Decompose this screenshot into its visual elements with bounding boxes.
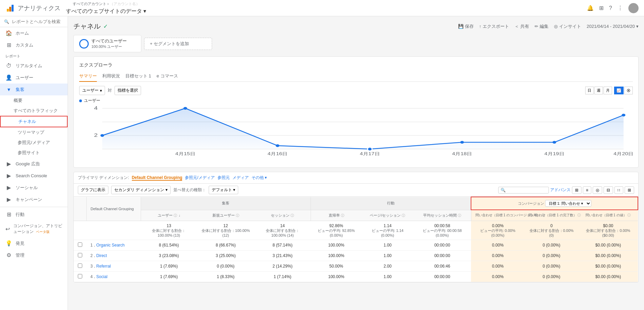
segment-add-button[interactable]: + セグメントを追加 <box>144 38 212 50</box>
secondary-dim-button[interactable]: セカンダリ ディメンション ▾ <box>111 186 171 194</box>
sidebar-item-discover[interactable]: 💡 発見 <box>0 237 68 249</box>
sidebar-search-container[interactable]: 🔍 <box>0 16 68 27</box>
tab-usage[interactable]: 利用状況 <box>102 71 120 82</box>
sidebar-item-source-medium[interactable]: 参照元/メディア <box>0 138 68 148</box>
view-week-button[interactable]: 週 <box>594 87 603 94</box>
dim-link-medium[interactable]: メディア <box>232 175 249 181</box>
breadcrumb-main[interactable]: すべてのウェブサイトのデータ ▾ <box>66 8 146 15</box>
view-pivot-button[interactable]: ⊞ <box>625 186 634 194</box>
sidebar-item-channel[interactable]: チャネル <box>0 116 68 127</box>
chart-scatter-button[interactable]: ⦿ <box>624 87 633 94</box>
conv-value-info-icon[interactable]: ⓘ <box>627 213 631 217</box>
dim-link-default[interactable]: Default Channel Grouping <box>132 175 182 181</box>
metric-dropdown[interactable]: ユーザー ▾ <box>79 86 105 95</box>
sidebar-item-behavior[interactable]: ⊞ 行動 <box>0 208 68 220</box>
row1-avg-session-cell: 00:00:00 <box>413 240 471 250</box>
view-table-button[interactable]: ⊟ <box>604 186 613 194</box>
sidebar-item-admin[interactable]: ⚙ 管理 <box>0 249 68 261</box>
bounce-info-icon[interactable]: ⓘ <box>341 214 344 217</box>
dim-link-other[interactable]: その他 ▾ <box>251 175 267 181</box>
sidebar-item-realtime[interactable]: ⏱ リアルタイム <box>0 60 68 72</box>
graph-display-button[interactable]: グラフに表示 <box>78 186 108 194</box>
tab-ecommerce[interactable]: e コマース <box>157 71 178 82</box>
row3-checkbox-cell[interactable] <box>74 261 86 271</box>
sidebar-section-report: レポート <box>0 51 68 60</box>
sessions-info-icon[interactable]: ⓘ <box>291 214 294 217</box>
sidebar-item-treemap[interactable]: ツリーマップ <box>0 127 68 138</box>
pages-info-icon[interactable]: ⓘ <box>402 214 405 217</box>
row1-conv-complete-cell: 0 (0.00%) <box>524 240 578 250</box>
view-bar-button[interactable]: ≡ <box>583 186 591 194</box>
row4-checkbox-cell[interactable] <box>74 271 86 282</box>
row1-conv-value-cell: $0.00 (0.00%) <box>578 240 638 250</box>
search-console-expand-icon: ▶ <box>5 172 12 179</box>
edit-action[interactable]: ✏ 編集 <box>535 23 549 30</box>
sidebar-item-custom[interactable]: ⊞ カスタム <box>0 39 68 51</box>
users-info-icon[interactable]: ⓘ <box>174 214 177 217</box>
row1-checkbox-cell[interactable] <box>74 240 86 250</box>
row4-checkbox[interactable] <box>78 274 82 278</box>
sidebar-item-social[interactable]: ▶ ソーシャル <box>0 182 68 194</box>
help-icon[interactable]: ? <box>609 5 612 11</box>
share-action[interactable]: ＜ 共有 <box>515 23 529 30</box>
row3-name-link[interactable]: Referral <box>96 264 111 269</box>
sidebar-item-all-traffic[interactable]: すべてのトラフィック <box>0 106 68 116</box>
row2-checkbox-cell[interactable] <box>74 250 86 261</box>
chart-line-button[interactable]: 📈 <box>614 87 624 94</box>
chart-svg: 4 2 <box>79 105 633 156</box>
sidebar-item-realtime-label: リアルタイム <box>16 63 42 69</box>
row3-sessions-cell: 2 (14.29%) <box>254 261 311 271</box>
discover-icon: 💡 <box>5 240 12 247</box>
dim-link-source-medium[interactable]: 参照元/メディア <box>185 175 214 181</box>
sidebar-item-conversion[interactable]: ↩ コンバージョン、アトリビューション ベータ版 <box>0 220 68 237</box>
user-avatar[interactable] <box>628 3 639 13</box>
tab-goal-set1[interactable]: 目標セット 1 <box>125 71 151 82</box>
explorer-controls: ユーザー ▾ 対 指標を選択 日 週 月 📈 ⦿ <box>79 86 633 95</box>
sidebar-item-overview[interactable]: 概要 <box>0 95 68 106</box>
sort-type-button[interactable]: デフォルト ▾ <box>209 186 238 194</box>
sidebar-item-audience[interactable]: ▾ 集客 <box>0 84 68 95</box>
tab-summary[interactable]: サマリー <box>79 71 97 82</box>
sidebar-item-search-console[interactable]: ▶ Search Console <box>0 170 68 182</box>
sidebar-item-google-ads[interactable]: ▶ Google 広告 <box>0 158 68 170</box>
insight-action[interactable]: ◎ インサイト <box>554 23 581 30</box>
svg-rect-0 <box>7 9 9 12</box>
sidebar-item-home[interactable]: 🏠 ホーム <box>0 27 68 39</box>
sidebar-item-referral[interactable]: 参照サイト <box>0 148 68 158</box>
view-scatter-button[interactable]: ∷ <box>614 186 623 194</box>
view-grid-button[interactable]: ⊞ <box>572 186 581 194</box>
view-month-button[interactable]: 月 <box>604 87 612 94</box>
view-day-button[interactable]: 日 <box>585 87 594 94</box>
sidebar-item-campaign[interactable]: ▶ キャンペーン <box>0 194 68 205</box>
advance-link[interactable]: アドバンス <box>550 187 571 193</box>
row4-name-link[interactable]: Social <box>96 274 107 279</box>
conv-complete-info-icon[interactable]: ⓘ <box>577 213 581 217</box>
table-search-input[interactable] <box>506 188 546 193</box>
new-users-info-icon[interactable]: ⓘ <box>236 214 239 217</box>
main-content: チャネル ✓ 💾 保存 ↑ エクスポート ＜ 共有 ✏ 編集 ◎ インサイト <box>68 16 644 310</box>
svg-text:2: 2 <box>94 132 98 138</box>
row1-name-link[interactable]: Organic Search <box>96 243 124 248</box>
notification-icon[interactable]: 🔔 <box>587 5 594 11</box>
save-action[interactable]: 💾 保存 <box>458 23 474 30</box>
metric2-dropdown[interactable]: 指標を選択 <box>115 86 141 95</box>
search-input[interactable] <box>12 19 64 24</box>
date-range[interactable]: 2021/04/14 - 2021/04/20 ▾ <box>587 24 639 29</box>
vs-text: 対 <box>108 88 112 93</box>
segment-chip-all-users[interactable]: すべてのユーザー 100.00% ユーザー <box>73 35 141 52</box>
view-pie-button[interactable]: ◎ <box>593 186 602 194</box>
more-icon[interactable]: ⋮ <box>617 5 623 11</box>
apps-icon[interactable]: ⊞ <box>599 5 604 11</box>
row1-checkbox[interactable] <box>78 242 82 247</box>
avg-session-info-icon[interactable]: ⓘ <box>458 214 461 217</box>
export-action[interactable]: ↑ エクスポート <box>479 23 509 30</box>
users-sort-icon[interactable]: ↓ <box>179 214 180 217</box>
table-search-box[interactable]: 🔍 <box>498 187 549 194</box>
row2-checkbox[interactable] <box>78 253 82 257</box>
row3-checkbox[interactable] <box>78 263 82 268</box>
sidebar-item-referral-label: 参照サイト <box>18 150 40 156</box>
sidebar-item-user[interactable]: 👤 ユーザー <box>0 72 68 84</box>
dim-link-source[interactable]: 参照元 <box>217 175 230 181</box>
goal-select[interactable]: 目標 1: 問い合わせ ▾ <box>545 200 591 207</box>
row2-name-link[interactable]: Direct <box>96 253 107 258</box>
